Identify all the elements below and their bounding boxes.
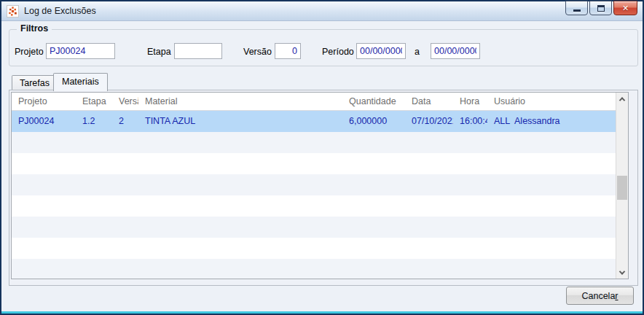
versao-input[interactable] — [275, 43, 301, 59]
column-header-hora[interactable]: Hora — [453, 93, 487, 110]
empty-row — [12, 238, 616, 259]
cancel-label: Cancela — [581, 291, 615, 301]
minimize-icon — [573, 9, 581, 12]
cancel-button[interactable]: Cancelar — [566, 287, 634, 305]
cell-quantidade: 6,000000 — [342, 111, 405, 132]
cell-usuario: ALL Alessandra — [487, 111, 616, 132]
cell-etapa: 1.2 — [76, 111, 112, 132]
versao-label: Versão — [243, 44, 272, 60]
column-header-versao[interactable]: Versão — [112, 93, 138, 110]
column-header-quantidade[interactable]: Quantidade — [342, 93, 405, 110]
cell-projeto: PJ00024 — [12, 111, 76, 132]
app-icon — [7, 5, 19, 18]
maximize-icon — [597, 5, 605, 12]
vertical-scrollbar[interactable] — [616, 93, 628, 279]
periodo-label: Período — [322, 44, 354, 60]
cell-material: TINTA AZUL — [138, 111, 342, 132]
empty-row — [12, 217, 616, 238]
cell-data: 07/10/2021 — [405, 111, 453, 132]
minimize-button[interactable] — [565, 1, 588, 15]
filters-legend: Filtros — [17, 23, 52, 34]
cell-versao: 2 — [112, 111, 138, 132]
projeto-input[interactable] — [46, 43, 115, 59]
column-header-data[interactable]: Data — [405, 93, 453, 110]
etapa-label: Etapa — [147, 44, 171, 60]
empty-row — [12, 259, 616, 279]
scroll-down-button[interactable] — [616, 266, 628, 279]
periodo-from-input[interactable] — [356, 43, 406, 59]
chevron-down-icon — [619, 268, 625, 274]
log-de-exclusoes-dialog: Log de Exclusões ✕ Filtros Projeto Etapa… — [0, 0, 644, 315]
empty-row — [12, 153, 616, 174]
scrollbar-thumb[interactable] — [617, 176, 627, 200]
titlebar[interactable]: Log de Exclusões ✕ — [1, 1, 643, 21]
chevron-up-icon — [619, 97, 625, 103]
tab-materiais[interactable]: Materiais — [53, 73, 108, 91]
grid-row[interactable]: PJ000241.22TINTA AZUL6,00000007/10/20211… — [12, 111, 616, 132]
periodo-to-input[interactable] — [431, 43, 480, 59]
grid-body: PJ000241.22TINTA AZUL6,00000007/10/20211… — [12, 111, 616, 279]
caption-buttons: ✕ — [565, 1, 637, 15]
exclusions-grid: ProjetoEtapaVersãoMaterialQuantidadeData… — [11, 92, 629, 279]
periodo-a-label: a — [415, 44, 420, 60]
scroll-up-button[interactable] — [616, 93, 628, 105]
maximize-button[interactable] — [589, 1, 612, 15]
column-header-usuario[interactable]: Usuário — [487, 93, 616, 110]
app-logo-icon — [8, 7, 17, 16]
projeto-label: Projeto — [15, 44, 44, 60]
close-icon: ✕ — [622, 4, 629, 12]
window-title: Log de Exclusões — [24, 1, 96, 20]
etapa-input[interactable] — [174, 43, 222, 59]
window-bottom-accent — [1, 311, 643, 314]
empty-row — [12, 132, 616, 153]
column-header-material[interactable]: Material — [138, 93, 342, 110]
close-button[interactable]: ✕ — [613, 1, 637, 15]
column-header-projeto[interactable]: Projeto — [12, 93, 76, 110]
cell-hora: 16:00:43 — [453, 111, 487, 132]
empty-row — [12, 195, 616, 217]
cancel-accelerator: r — [615, 291, 618, 301]
empty-row — [12, 174, 616, 195]
column-header-etapa[interactable]: Etapa — [76, 93, 112, 110]
tab-tarefas[interactable]: Tarefas — [12, 75, 58, 90]
grid-header: ProjetoEtapaVersãoMaterialQuantidadeData… — [12, 93, 616, 111]
